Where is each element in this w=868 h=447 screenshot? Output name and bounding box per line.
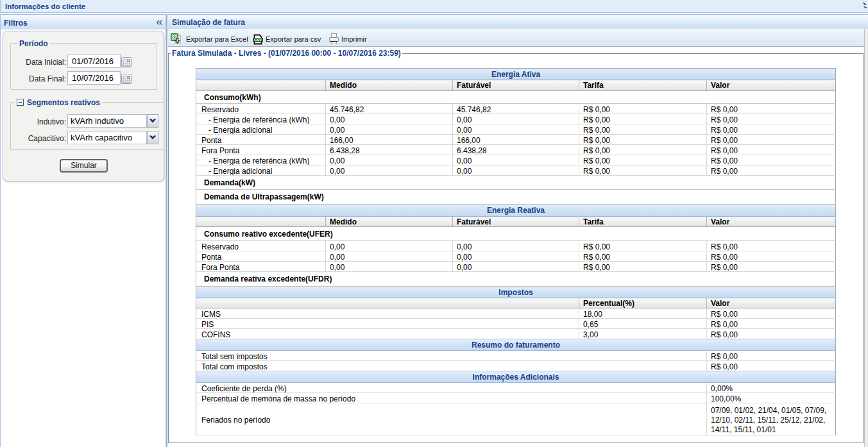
svg-text:CSV: CSV [254,38,262,42]
